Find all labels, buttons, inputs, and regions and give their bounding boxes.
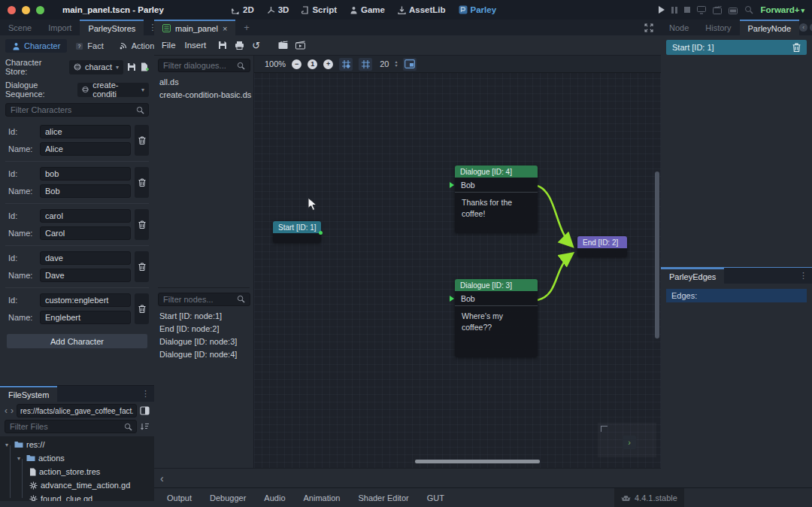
distraction-free-icon[interactable] bbox=[640, 23, 661, 32]
play-button[interactable] bbox=[659, 6, 665, 14]
snap-distance-value[interactable]: 20 bbox=[380, 59, 389, 68]
grid-toggle-button[interactable] bbox=[359, 58, 372, 71]
list-item[interactable]: Dialogue [ID: node:3] bbox=[154, 335, 253, 348]
edge-dialogue4-end[interactable] bbox=[538, 186, 571, 245]
dialogue-graph[interactable]: 100% − 1 + 20 ▴▾ bbox=[254, 56, 661, 468]
delete-character-button[interactable] bbox=[135, 293, 149, 324]
tab-filesystem[interactable]: FileSystem bbox=[0, 386, 57, 402]
dock-options-icon[interactable]: ⋮ bbox=[137, 389, 154, 399]
close-window-button[interactable] bbox=[8, 6, 16, 14]
list-item[interactable]: End [ID: node:2] bbox=[154, 322, 253, 335]
test-dialogue-button[interactable] bbox=[278, 41, 288, 50]
graph-node-end[interactable]: End [ID: 2] bbox=[577, 236, 627, 257]
split-mode-icon[interactable] bbox=[140, 406, 150, 415]
delete-character-button[interactable] bbox=[135, 167, 149, 198]
selected-node-header[interactable]: Start [ID: 1] bbox=[666, 40, 807, 55]
tab-script[interactable]: Script bbox=[301, 5, 337, 14]
insert-menu[interactable]: Insert bbox=[185, 41, 207, 50]
history-back-icon[interactable]: ‹ bbox=[5, 405, 8, 416]
remote-debug-icon[interactable] bbox=[697, 6, 706, 14]
test-dialogue-from-node-button[interactable] bbox=[295, 41, 305, 50]
tab-scene[interactable]: Scene bbox=[0, 20, 40, 35]
tree-item-found-clue[interactable]: found_clue.gd bbox=[0, 492, 154, 501]
profiler-icon[interactable] bbox=[744, 5, 753, 14]
list-item[interactable]: Dialogue [ID: node:4] bbox=[154, 348, 253, 360]
node-title[interactable]: Dialogue [ID: 3] bbox=[455, 279, 538, 291]
tab-history[interactable]: History bbox=[697, 20, 739, 35]
tab-parleynode[interactable]: ParleyNode bbox=[740, 20, 799, 35]
minimap-toggle-button[interactable] bbox=[403, 58, 417, 71]
add-character-button[interactable]: Add Character bbox=[7, 334, 147, 348]
output-port[interactable] bbox=[319, 231, 323, 235]
speaker-row[interactable]: Bob bbox=[455, 291, 538, 306]
character-id-field[interactable] bbox=[40, 167, 131, 181]
speaker-row[interactable]: Bob bbox=[455, 178, 538, 193]
close-tab-icon[interactable]: × bbox=[223, 24, 227, 33]
tab-character[interactable]: Character bbox=[5, 39, 67, 53]
movie-writer-icon[interactable] bbox=[713, 6, 722, 14]
new-store-button[interactable] bbox=[140, 62, 149, 71]
bottom-tab-debugger[interactable]: Debugger bbox=[210, 493, 246, 502]
snap-spinner[interactable]: ▴▾ bbox=[395, 60, 397, 68]
sort-files-icon[interactable] bbox=[141, 422, 150, 431]
character-name-field[interactable] bbox=[40, 226, 131, 240]
node-title[interactable]: Start [ID: 1] bbox=[273, 221, 321, 233]
tab-assetlib[interactable]: AssetLib bbox=[398, 5, 446, 14]
filter-characters-input[interactable] bbox=[5, 103, 149, 117]
minimap-resize-button[interactable]: › bbox=[623, 436, 636, 449]
list-item[interactable]: all.ds bbox=[154, 75, 253, 88]
edge-dialogue3-end[interactable] bbox=[538, 254, 571, 300]
tab-node[interactable]: Node bbox=[661, 20, 697, 35]
prev-tab-icon[interactable]: ‹ bbox=[799, 23, 807, 32]
bottom-tab-animation[interactable]: Animation bbox=[304, 493, 341, 502]
save-store-button[interactable] bbox=[127, 62, 136, 71]
bottom-tab-shader-editor[interactable]: Shader Editor bbox=[358, 493, 408, 502]
tab-main-panel[interactable]: main_panel × bbox=[154, 20, 235, 35]
tab-2d[interactable]: 2D bbox=[232, 5, 254, 14]
save-dialogue-button[interactable] bbox=[218, 41, 227, 50]
minimize-window-button[interactable] bbox=[22, 6, 30, 14]
tab-parley[interactable]: Parley bbox=[459, 5, 497, 14]
file-menu[interactable]: File bbox=[162, 41, 176, 50]
tree-item-actions[interactable]: ▾ actions bbox=[0, 451, 154, 465]
character-name-field[interactable] bbox=[40, 184, 131, 198]
bottom-tab-audio[interactable]: Audio bbox=[264, 493, 285, 502]
graph-hscrollbar[interactable] bbox=[415, 460, 540, 463]
stop-button[interactable] bbox=[684, 7, 690, 13]
graph-vscrollbar[interactable] bbox=[655, 172, 659, 339]
character-name-field[interactable] bbox=[40, 142, 131, 156]
tab-game[interactable]: Game bbox=[350, 5, 385, 14]
delete-character-button[interactable] bbox=[135, 209, 149, 240]
filter-files-input[interactable] bbox=[5, 420, 137, 433]
character-name-field[interactable] bbox=[40, 311, 131, 324]
edges-list-header[interactable]: Edges: bbox=[666, 289, 807, 302]
character-store-select[interactable]: charact ▾ bbox=[69, 60, 123, 74]
renderer-select[interactable]: Forward+▾ bbox=[760, 5, 804, 14]
tree-item-res[interactable]: ▾ res:// bbox=[0, 438, 154, 451]
graph-node-dialogue-3[interactable]: Dialogue [ID: 3] Bob Where's my coffee?? bbox=[455, 279, 538, 357]
zoom-window-button[interactable] bbox=[36, 6, 44, 14]
character-id-field[interactable] bbox=[40, 293, 131, 307]
input-port-icon[interactable] bbox=[450, 296, 454, 302]
input-port-icon[interactable] bbox=[450, 182, 454, 188]
character-id-field[interactable] bbox=[40, 209, 131, 223]
delete-character-button[interactable] bbox=[135, 125, 149, 156]
character-name-field[interactable] bbox=[40, 269, 131, 282]
dialogue-sequence-select[interactable]: create-conditi ▾ bbox=[77, 83, 149, 97]
collapse-sidebar-icon[interactable]: ‹ bbox=[160, 472, 164, 484]
current-path-field[interactable] bbox=[17, 404, 137, 417]
graph-node-dialogue-4[interactable]: Dialogue [ID: 4] Bob Thanks for the coff… bbox=[455, 165, 538, 233]
list-item[interactable]: create-condition-basic.ds bbox=[154, 88, 253, 101]
zoom-reset-button[interactable]: 1 bbox=[308, 59, 317, 69]
tab-import[interactable]: Import bbox=[40, 20, 80, 35]
tree-item-action-store[interactable]: action_store.tres bbox=[0, 465, 154, 478]
bottom-tab-output[interactable]: Output bbox=[167, 493, 192, 502]
snap-toggle-button[interactable] bbox=[339, 58, 353, 71]
refresh-button[interactable]: ↺ bbox=[252, 40, 260, 51]
print-dialogue-button[interactable] bbox=[235, 41, 244, 50]
character-id-field[interactable] bbox=[40, 251, 131, 265]
list-item[interactable]: Start [ID: node:1] bbox=[154, 309, 253, 322]
tree-item-advance-time-action[interactable]: advance_time_action.gd bbox=[0, 478, 154, 492]
tab-3d[interactable]: 3D bbox=[267, 5, 289, 14]
tab-fact[interactable]: ? Fact bbox=[68, 39, 110, 53]
